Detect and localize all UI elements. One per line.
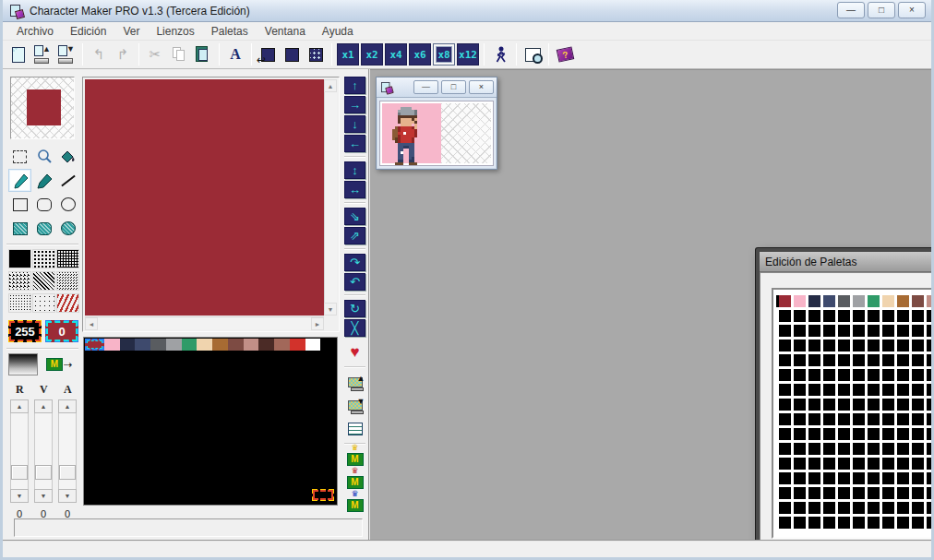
dialog-palette-cell-64[interactable] xyxy=(779,354,791,366)
dialog-palette-cell-69[interactable] xyxy=(853,354,865,366)
redo-button[interactable]: ↱ xyxy=(111,42,135,66)
dialog-palette-cell-131[interactable] xyxy=(823,413,835,425)
palette-color-1[interactable] xyxy=(104,339,120,351)
title-bar[interactable]: Character Maker PRO v1.3 (Tercera Edició… xyxy=(3,0,931,22)
dialog-palette-cell-66[interactable] xyxy=(808,354,820,366)
scroll-down-button[interactable]: ▼ xyxy=(324,303,337,316)
dialog-palette-cell-215[interactable] xyxy=(882,487,894,499)
dialog-palette-cell-129[interactable] xyxy=(794,413,806,425)
dialog-palette-cell-21[interactable] xyxy=(853,310,865,322)
dialog-palette-cell-17[interactable] xyxy=(794,310,806,322)
dialog-palette-cell-113[interactable] xyxy=(794,399,806,411)
pattern-dots-dense[interactable] xyxy=(8,293,31,313)
cut-button[interactable]: ✂ xyxy=(143,42,167,66)
dialog-palette-cell-192[interactable] xyxy=(779,472,791,484)
dialog-palette-cell-249[interactable] xyxy=(912,517,924,529)
dialog-palette-cell-85[interactable] xyxy=(853,369,865,381)
shift-right-button[interactable]: → xyxy=(344,96,365,113)
zoom-x6-button[interactable]: x6 xyxy=(409,43,431,66)
dialog-palette-cell-185[interactable] xyxy=(912,458,924,470)
slider-down-button[interactable]: ▼ xyxy=(58,489,77,503)
dialog-palette-cell-164[interactable] xyxy=(838,443,850,455)
dialog-palette-cell-42[interactable] xyxy=(927,325,934,337)
dialog-palette-cell-100[interactable] xyxy=(838,384,850,396)
dialog-palette-cell-89[interactable] xyxy=(912,369,924,381)
dialog-palette-cell-176[interactable] xyxy=(779,458,791,470)
dialog-palette-cell-101[interactable] xyxy=(853,384,865,396)
dialog-palette-cell-200[interactable] xyxy=(897,472,909,484)
dialog-palette-cell-86[interactable] xyxy=(868,369,880,381)
dialog-palette-cell-51[interactable] xyxy=(823,340,835,351)
secondary-color-index[interactable]: 255 xyxy=(8,320,42,342)
dialog-palette-cell-225[interactable] xyxy=(794,502,806,514)
dialog-palette-cell-226[interactable] xyxy=(808,502,820,514)
dialog-palette-cell-229[interactable] xyxy=(853,502,865,514)
dialog-palette-cell-231[interactable] xyxy=(882,502,894,514)
drawing-canvas[interactable] xyxy=(85,79,324,316)
dialog-palette-cell-57[interactable] xyxy=(912,340,924,351)
dialog-palette-cell-35[interactable] xyxy=(823,325,835,337)
palette-color-3[interactable] xyxy=(135,339,150,351)
dialog-palette-cell-128[interactable] xyxy=(779,413,791,425)
dialog-palette-cell-245[interactable] xyxy=(853,517,865,529)
pattern-solid[interactable] xyxy=(8,249,31,268)
dialog-palette-cell-209[interactable] xyxy=(794,487,806,499)
menu-edicion[interactable]: Edición xyxy=(62,23,114,40)
dialog-palette-cell-38[interactable] xyxy=(868,325,880,337)
close-button[interactable]: × xyxy=(898,2,926,18)
dialog-palette-cell-49[interactable] xyxy=(794,340,806,351)
gradient-button[interactable] xyxy=(8,353,38,375)
scroll-right-button[interactable]: ► xyxy=(311,317,324,330)
pattern-red-strokes[interactable] xyxy=(56,293,79,313)
dialog-palette-cell-104[interactable] xyxy=(897,384,909,396)
blue-slider[interactable]: ▲ ▼ xyxy=(58,399,77,503)
zoom-x12-button[interactable]: x12 xyxy=(457,43,479,66)
dialog-palette-cell-72[interactable] xyxy=(897,354,909,366)
dialog-palette-cell-137[interactable] xyxy=(912,413,924,425)
child-restore-button[interactable]: □ xyxy=(441,80,466,94)
palette-color-14[interactable] xyxy=(305,339,321,351)
marker-tool-button[interactable] xyxy=(32,169,55,192)
dialog-palette-cell-8[interactable] xyxy=(897,295,909,307)
dialog-palette-cell-102[interactable] xyxy=(868,384,880,396)
dialog-palette-cell-114[interactable] xyxy=(808,399,820,411)
dialog-palette-cell-71[interactable] xyxy=(882,354,894,366)
pattern-checker[interactable] xyxy=(8,271,31,291)
sprite-background[interactable] xyxy=(382,103,441,163)
palette-color-9[interactable] xyxy=(228,339,244,351)
dialog-palette-cell-74[interactable] xyxy=(927,354,934,366)
filled-rect-tool-button[interactable] xyxy=(8,217,31,240)
dialog-palette-cell-5[interactable] xyxy=(853,295,865,307)
diagonal-up-button[interactable]: ⇗ xyxy=(344,227,365,244)
dialog-palette-cell-19[interactable] xyxy=(823,310,835,322)
dialog-palette-cell-4[interactable] xyxy=(838,295,850,307)
dialog-palette-cell-58[interactable] xyxy=(927,340,934,351)
dialog-palette-cell-195[interactable] xyxy=(823,472,835,484)
slider-thumb[interactable] xyxy=(35,465,52,480)
dialog-palette-cell-180[interactable] xyxy=(838,458,850,470)
dialog-palette-cell-133[interactable] xyxy=(853,413,865,425)
cross-button[interactable]: ╳ xyxy=(344,319,365,337)
dialog-palette-cell-199[interactable] xyxy=(882,472,894,484)
dialog-palette-cell-232[interactable] xyxy=(897,502,909,514)
menu-ver[interactable]: Ver xyxy=(114,23,148,40)
canvas-vertical-scrollbar[interactable]: ▲ ▼ xyxy=(324,79,337,316)
dialog-palette-cell-90[interactable] xyxy=(927,369,934,381)
dialog-palette-cell-241[interactable] xyxy=(794,517,806,529)
menu-ayuda[interactable]: Ayuda xyxy=(314,23,362,40)
dialog-palette-cell-212[interactable] xyxy=(838,487,850,499)
dialog-palette-cell-201[interactable] xyxy=(912,472,924,484)
pattern-grid-fine[interactable] xyxy=(56,249,79,268)
palette-color-12[interactable] xyxy=(274,339,290,351)
dialog-palette-cell-161[interactable] xyxy=(794,443,806,455)
dialog-palette-cell-153[interactable] xyxy=(912,428,924,440)
dialog-palette-cell-55[interactable] xyxy=(882,340,894,351)
palette-save-button[interactable]: ▼ xyxy=(344,396,365,415)
dialog-palette-cell-54[interactable] xyxy=(868,340,880,351)
zoom-x8-button[interactable]: x8 xyxy=(433,43,455,66)
palette-color-0[interactable] xyxy=(85,339,104,351)
dialog-palette-cell-151[interactable] xyxy=(882,428,894,440)
slider-track[interactable] xyxy=(34,413,53,489)
dialog-palette-cell-82[interactable] xyxy=(808,369,820,381)
resize-canvas-button[interactable]: ↩ xyxy=(256,42,280,66)
